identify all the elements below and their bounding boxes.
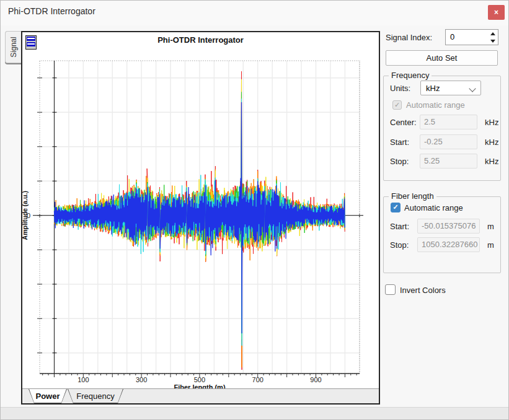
title-bar: Phi-OTDR Interrogator ×	[1, 1, 508, 25]
tab-power[interactable]: Power	[29, 389, 67, 403]
frequency-group-title: Frequency	[389, 71, 432, 80]
chart-tab-strip: Power Frequency	[22, 388, 379, 403]
svg-text:Amplitude (a.u.): Amplitude (a.u.)	[22, 191, 29, 240]
svg-text:100: 100	[77, 376, 89, 383]
tab-frequency-label: Frequency	[68, 389, 123, 403]
units-value: kHz	[426, 84, 440, 93]
tab-power-label: Power	[29, 389, 66, 403]
close-button[interactable]: ×	[488, 5, 505, 20]
center-field: 2.5	[420, 115, 477, 129]
frequency-auto-range-checkbox	[392, 100, 402, 110]
invert-colors-checkbox[interactable]	[385, 284, 396, 295]
units-dropdown[interactable]: kHz	[420, 81, 481, 95]
signal-index-stepper[interactable]: 0	[445, 29, 498, 45]
fiber-stop-unit: m	[487, 240, 494, 250]
fiber-length-group-title: Fiber length	[389, 191, 436, 201]
units-label: Units:	[390, 84, 410, 93]
sidebar-tab-signal[interactable]: Signal	[5, 31, 21, 63]
auto-set-button[interactable]: Auto Set	[386, 50, 498, 66]
signal-tab-label: Signal	[9, 37, 18, 57]
close-icon: ×	[494, 8, 498, 17]
frequency-auto-range-label: Automatic range	[406, 100, 465, 110]
svg-text:500: 500	[194, 376, 205, 383]
spin-up-icon[interactable]	[488, 30, 498, 37]
chevron-down-icon	[469, 85, 476, 92]
fiber-start-unit: m	[487, 222, 494, 231]
bottom-strip	[1, 407, 508, 420]
fiber-stop-field: 1050.32287660	[417, 237, 480, 252]
invert-colors-label: Invert Colors	[400, 286, 446, 295]
waveform-chart-panel: Phi-OTDR Interrogator 100300500700900Fib…	[21, 31, 380, 405]
fiber-auto-range-checkbox[interactable]	[391, 203, 401, 212]
fiber-start-label: Start:	[390, 222, 409, 231]
freq-stop-label: Stop:	[390, 157, 409, 166]
spin-down-icon[interactable]	[488, 37, 498, 45]
fiber-auto-range-label: Automatic range	[404, 203, 463, 212]
fiber-start-field: -50.015375076	[417, 219, 480, 234]
plot-area[interactable]: 100300500700900Fiber length (m)0Amplitud…	[22, 32, 379, 390]
signal-index-label: Signal Index:	[386, 33, 432, 42]
app-window: Phi-OTDR Interrogator × Signal Phi-OTDR …	[0, 0, 509, 420]
center-label: Center:	[390, 118, 417, 127]
freq-start-label: Start:	[390, 138, 409, 147]
signal-index-value: 0	[450, 32, 454, 42]
fiber-stop-label: Stop:	[390, 240, 409, 250]
svg-text:300: 300	[136, 376, 147, 383]
center-unit: kHz	[485, 118, 498, 127]
freq-start-unit: kHz	[485, 138, 498, 147]
freq-stop-unit: kHz	[485, 157, 498, 166]
freq-stop-field: 5.25	[420, 154, 477, 168]
svg-text:900: 900	[310, 376, 321, 383]
window-title: Phi-OTDR Interrogator	[8, 6, 95, 16]
freq-start-field: -0.25	[420, 134, 477, 149]
tab-frequency[interactable]: Frequency	[68, 389, 123, 403]
svg-text:700: 700	[252, 376, 263, 383]
